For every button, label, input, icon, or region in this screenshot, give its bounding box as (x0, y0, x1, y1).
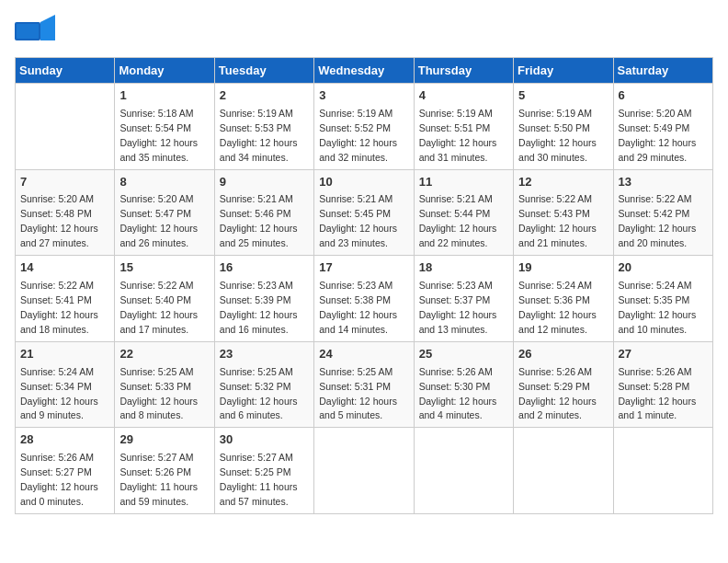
day-info: Sunrise: 5:23 AM Sunset: 5:39 PM Dayligh… (220, 280, 298, 335)
day-header-wednesday: Wednesday (314, 58, 414, 84)
calendar-cell: 28Sunrise: 5:26 AM Sunset: 5:27 PM Dayli… (16, 428, 115, 514)
day-info: Sunrise: 5:26 AM Sunset: 5:30 PM Dayligh… (419, 366, 497, 421)
calendar-cell: 3Sunrise: 5:19 AM Sunset: 5:52 PM Daylig… (314, 84, 414, 170)
calendar-cell: 24Sunrise: 5:25 AM Sunset: 5:31 PM Dayli… (314, 341, 414, 428)
day-number: 28 (20, 431, 109, 449)
calendar-cell: 11Sunrise: 5:21 AM Sunset: 5:44 PM Dayli… (414, 169, 513, 256)
calendar-cell (16, 84, 115, 170)
day-number: 6 (619, 87, 708, 105)
day-number: 7 (20, 174, 109, 191)
day-number: 15 (119, 259, 209, 277)
day-number: 20 (619, 259, 708, 277)
calendar-cell: 19Sunrise: 5:24 AM Sunset: 5:36 PM Dayli… (514, 256, 613, 342)
day-number: 30 (220, 431, 309, 449)
day-info: Sunrise: 5:23 AM Sunset: 5:38 PM Dayligh… (319, 280, 397, 335)
calendar-cell: 23Sunrise: 5:25 AM Sunset: 5:32 PM Dayli… (214, 341, 313, 428)
day-header-sunday: Sunday (16, 58, 115, 84)
day-info: Sunrise: 5:19 AM Sunset: 5:51 PM Dayligh… (419, 108, 497, 163)
day-number: 26 (518, 346, 608, 363)
calendar-cell (613, 428, 712, 514)
day-info: Sunrise: 5:22 AM Sunset: 5:43 PM Dayligh… (518, 193, 597, 248)
day-number: 21 (20, 346, 109, 363)
day-number: 16 (220, 259, 309, 277)
calendar-cell: 25Sunrise: 5:26 AM Sunset: 5:30 PM Dayli… (414, 341, 513, 428)
svg-rect-2 (17, 24, 39, 39)
logo-icon (15, 15, 55, 48)
day-info: Sunrise: 5:23 AM Sunset: 5:37 PM Dayligh… (419, 280, 497, 335)
calendar-cell: 2Sunrise: 5:19 AM Sunset: 5:53 PM Daylig… (214, 84, 313, 170)
day-header-monday: Monday (115, 58, 214, 84)
day-info: Sunrise: 5:24 AM Sunset: 5:34 PM Dayligh… (20, 366, 98, 421)
day-info: Sunrise: 5:26 AM Sunset: 5:28 PM Dayligh… (619, 366, 697, 421)
day-info: Sunrise: 5:22 AM Sunset: 5:42 PM Dayligh… (619, 193, 697, 248)
day-number: 22 (119, 346, 209, 363)
logo (15, 15, 59, 48)
day-number: 29 (119, 431, 209, 449)
calendar-header: SundayMondayTuesdayWednesdayThursdayFrid… (16, 58, 713, 84)
day-info: Sunrise: 5:22 AM Sunset: 5:40 PM Dayligh… (119, 280, 198, 335)
calendar-table: SundayMondayTuesdayWednesdayThursdayFrid… (15, 57, 713, 514)
day-info: Sunrise: 5:25 AM Sunset: 5:32 PM Dayligh… (220, 366, 298, 421)
calendar-cell: 30Sunrise: 5:27 AM Sunset: 5:25 PM Dayli… (214, 428, 313, 514)
day-info: Sunrise: 5:21 AM Sunset: 5:45 PM Dayligh… (319, 193, 397, 248)
svg-marker-1 (40, 15, 55, 40)
calendar-cell: 18Sunrise: 5:23 AM Sunset: 5:37 PM Dayli… (414, 256, 513, 342)
day-info: Sunrise: 5:21 AM Sunset: 5:46 PM Dayligh… (220, 193, 298, 248)
day-info: Sunrise: 5:19 AM Sunset: 5:50 PM Dayligh… (518, 108, 597, 163)
day-number: 19 (518, 259, 608, 277)
day-info: Sunrise: 5:27 AM Sunset: 5:26 PM Dayligh… (119, 452, 198, 507)
day-number: 13 (619, 174, 708, 191)
day-info: Sunrise: 5:21 AM Sunset: 5:44 PM Dayligh… (419, 193, 497, 248)
day-info: Sunrise: 5:19 AM Sunset: 5:52 PM Dayligh… (319, 108, 397, 163)
day-header-friday: Friday (514, 58, 613, 84)
day-number: 9 (220, 174, 309, 191)
day-number: 5 (518, 87, 608, 105)
day-number: 27 (619, 346, 708, 363)
day-header-thursday: Thursday (414, 58, 513, 84)
calendar-cell: 14Sunrise: 5:22 AM Sunset: 5:41 PM Dayli… (16, 256, 115, 342)
calendar-cell: 22Sunrise: 5:25 AM Sunset: 5:33 PM Dayli… (115, 341, 214, 428)
day-info: Sunrise: 5:22 AM Sunset: 5:41 PM Dayligh… (20, 280, 98, 335)
day-info: Sunrise: 5:26 AM Sunset: 5:29 PM Dayligh… (518, 366, 597, 421)
day-number: 24 (319, 346, 408, 363)
day-info: Sunrise: 5:20 AM Sunset: 5:49 PM Dayligh… (619, 108, 697, 163)
calendar-cell (514, 428, 613, 514)
calendar-cell: 10Sunrise: 5:21 AM Sunset: 5:45 PM Dayli… (314, 169, 414, 256)
day-info: Sunrise: 5:24 AM Sunset: 5:35 PM Dayligh… (619, 280, 697, 335)
day-info: Sunrise: 5:19 AM Sunset: 5:53 PM Dayligh… (220, 108, 298, 163)
day-number: 1 (119, 87, 209, 105)
day-info: Sunrise: 5:20 AM Sunset: 5:48 PM Dayligh… (20, 193, 98, 248)
day-info: Sunrise: 5:25 AM Sunset: 5:33 PM Dayligh… (119, 366, 198, 421)
day-info: Sunrise: 5:18 AM Sunset: 5:54 PM Dayligh… (119, 108, 198, 163)
calendar-cell: 13Sunrise: 5:22 AM Sunset: 5:42 PM Dayli… (613, 169, 712, 256)
day-number: 25 (419, 346, 508, 363)
calendar-cell: 20Sunrise: 5:24 AM Sunset: 5:35 PM Dayli… (613, 256, 712, 342)
day-info: Sunrise: 5:25 AM Sunset: 5:31 PM Dayligh… (319, 366, 397, 421)
day-header-saturday: Saturday (613, 58, 712, 84)
calendar-cell: 15Sunrise: 5:22 AM Sunset: 5:40 PM Dayli… (115, 256, 214, 342)
day-info: Sunrise: 5:24 AM Sunset: 5:36 PM Dayligh… (518, 280, 597, 335)
day-number: 4 (419, 87, 508, 105)
day-number: 10 (319, 174, 408, 191)
calendar-cell (414, 428, 513, 514)
calendar-cell: 17Sunrise: 5:23 AM Sunset: 5:38 PM Dayli… (314, 256, 414, 342)
day-number: 2 (220, 87, 309, 105)
calendar-cell: 12Sunrise: 5:22 AM Sunset: 5:43 PM Dayli… (514, 169, 613, 256)
day-info: Sunrise: 5:20 AM Sunset: 5:47 PM Dayligh… (119, 193, 198, 248)
day-number: 14 (20, 259, 109, 277)
calendar-cell: 16Sunrise: 5:23 AM Sunset: 5:39 PM Dayli… (214, 256, 313, 342)
day-number: 12 (518, 174, 608, 191)
calendar-cell: 5Sunrise: 5:19 AM Sunset: 5:50 PM Daylig… (514, 84, 613, 170)
calendar-cell: 9Sunrise: 5:21 AM Sunset: 5:46 PM Daylig… (214, 169, 313, 256)
calendar-cell: 29Sunrise: 5:27 AM Sunset: 5:26 PM Dayli… (115, 428, 214, 514)
day-info: Sunrise: 5:26 AM Sunset: 5:27 PM Dayligh… (20, 452, 98, 507)
calendar-cell: 27Sunrise: 5:26 AM Sunset: 5:28 PM Dayli… (613, 341, 712, 428)
calendar-body: 1Sunrise: 5:18 AM Sunset: 5:54 PM Daylig… (16, 84, 713, 514)
day-header-tuesday: Tuesday (214, 58, 313, 84)
calendar-cell: 4Sunrise: 5:19 AM Sunset: 5:51 PM Daylig… (414, 84, 513, 170)
calendar-cell: 26Sunrise: 5:26 AM Sunset: 5:29 PM Dayli… (514, 341, 613, 428)
calendar-cell: 8Sunrise: 5:20 AM Sunset: 5:47 PM Daylig… (115, 169, 214, 256)
calendar-cell: 1Sunrise: 5:18 AM Sunset: 5:54 PM Daylig… (115, 84, 214, 170)
day-number: 3 (319, 87, 408, 105)
calendar-cell (314, 428, 414, 514)
